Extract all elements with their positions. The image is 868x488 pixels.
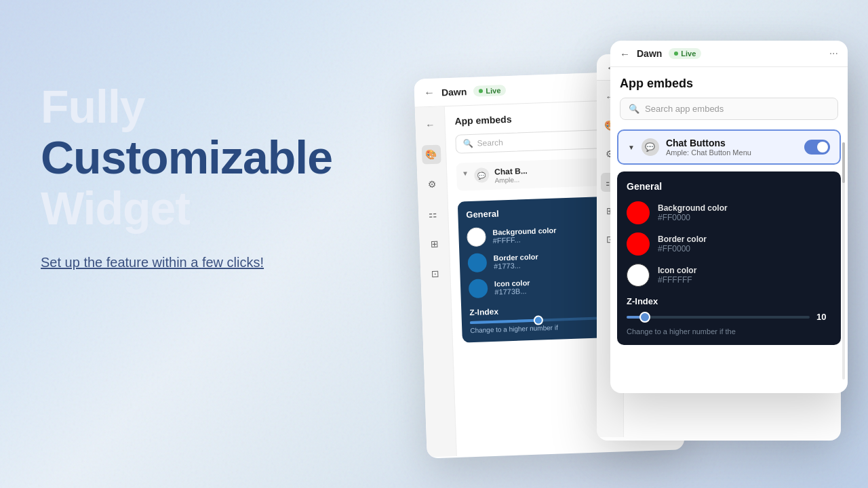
sidebar-icon-components[interactable]: ⊡: [425, 264, 445, 283]
back-search-placeholder: Search: [477, 138, 502, 148]
top-store-name: Dawn: [637, 48, 662, 59]
top-border-info: Border color #FF0000: [658, 235, 707, 253]
top-chat-desc: Ample: Chat Button Menu: [666, 148, 797, 157]
back-search-icon: 🔍: [462, 139, 473, 149]
top-section-title: App embeds: [610, 67, 848, 98]
top-expand-arrow[interactable]: ▼: [628, 144, 635, 151]
top-chat-row: ▼ 💬 Chat Buttons Ample: Chat Button Menu: [628, 138, 830, 157]
top-bg-label: Background color: [658, 203, 728, 213]
back-chat-icon: 💬: [474, 167, 490, 183]
hero-subtitle-link[interactable]: few clicks!: [202, 255, 264, 270]
back-border-swatch: [467, 253, 487, 272]
top-slider-track[interactable]: [627, 316, 810, 319]
top-zindex-label: Z-Index: [627, 296, 831, 306]
hero-title-line3: Widget: [41, 183, 332, 234]
top-search-icon: 🔍: [629, 104, 639, 114]
back-live-dot: [479, 89, 483, 93]
hero-section: Fully Customizable Widget Set up the fea…: [41, 81, 332, 270]
back-icon-swatch: [469, 279, 488, 298]
top-search-text: Search app embeds: [645, 104, 724, 114]
top-icon-color-row[interactable]: Icon color #FFFFFF: [627, 264, 831, 287]
back-icon-value: #1773B...: [494, 287, 530, 296]
back-live-badge: Live: [473, 85, 507, 97]
top-zindex-section: Z-Index 10 Change to a higher number if …: [627, 296, 831, 336]
top-chat-name: Chat Buttons: [666, 138, 797, 148]
top-border-label: Border color: [658, 235, 707, 244]
top-exit-icon[interactable]: ←: [620, 48, 630, 60]
sidebar-icon-settings[interactable]: ⚙: [422, 174, 442, 194]
top-border-value: #FF0000: [658, 244, 707, 253]
top-bg-value: #FF0000: [658, 213, 728, 222]
sidebar-icon-exit[interactable]: ←: [420, 115, 440, 135]
top-live-dot: [674, 52, 678, 56]
top-chat-item[interactable]: ▼ 💬 Chat Buttons Ample: Chat Button Menu: [617, 129, 841, 165]
hero-subtitle-text: Set up the feature within a: [41, 255, 202, 270]
top-chat-toggle[interactable]: [804, 140, 830, 155]
top-border-color-row[interactable]: Border color #FF0000: [627, 232, 831, 256]
back-exit-icon[interactable]: ←: [424, 86, 435, 99]
top-general-title: General: [627, 181, 831, 192]
top-chat-icon: 💬: [642, 138, 659, 156]
top-zindex-hint: Change to a higher number if the: [627, 327, 831, 336]
top-general-box: General Background color #FF0000 Border …: [617, 171, 841, 345]
top-zindex-value: 10: [816, 312, 831, 322]
hero-title-line2: Customizable: [41, 132, 332, 183]
top-bg-info: Background color #FF0000: [658, 203, 728, 222]
hero-subtitle: Set up the feature within a few clicks!: [41, 255, 332, 270]
back-icon-info: Icon color #1773B...: [494, 279, 530, 296]
top-panel: ← Dawn Live ··· App embeds 🔍 Search app …: [610, 41, 848, 393]
back-slider-thumb[interactable]: [533, 315, 542, 325]
top-search-bar[interactable]: 🔍 Search app embeds: [620, 98, 838, 120]
back-border-value: #1773...: [494, 261, 538, 270]
sidebar-icon-theme[interactable]: 🎨: [421, 145, 441, 165]
top-slider-thumb[interactable]: [639, 312, 650, 323]
sidebar-icon-layers[interactable]: ⊞: [425, 234, 444, 253]
back-zindex-label: Z-Index: [469, 307, 498, 317]
back-store-name: Dawn: [441, 86, 467, 98]
top-icon-swatch: [627, 264, 650, 287]
top-bg-swatch: [627, 201, 650, 224]
top-icon-info: Icon color #FFFFFF: [658, 266, 696, 285]
top-dots-menu[interactable]: ···: [829, 47, 838, 60]
scroll-thumb[interactable]: [842, 142, 845, 183]
back-border-info: Border color #1773...: [493, 253, 538, 270]
top-live-badge: Live: [669, 48, 701, 59]
top-icon-label: Icon color: [658, 266, 696, 275]
sidebar-icon-apps[interactable]: ⚏: [423, 204, 443, 224]
top-border-swatch: [627, 232, 650, 256]
top-bg-color-row[interactable]: Background color #FF0000: [627, 201, 831, 224]
top-slider-wrapper: 10: [627, 312, 831, 322]
back-chat-expand-arrow: ▼: [462, 169, 469, 177]
top-panel-header: ← Dawn Live ···: [610, 41, 848, 67]
back-bg-value: #FFFF...: [493, 235, 557, 245]
scroll-bar[interactable]: [842, 142, 845, 380]
hero-title-line1: Fully: [41, 81, 332, 132]
back-bg-swatch: [467, 227, 486, 247]
top-chat-texts: Chat Buttons Ample: Chat Button Menu: [666, 138, 797, 157]
back-bg-info: Background color #FFFF...: [492, 226, 557, 245]
top-icon-value: #FFFFFF: [658, 275, 696, 285]
panels-container: ← Dawn Live ... ← 🎨 ⚙ ⚏ ⊞ ⊡ App embeds 🔍: [420, 20, 841, 468]
